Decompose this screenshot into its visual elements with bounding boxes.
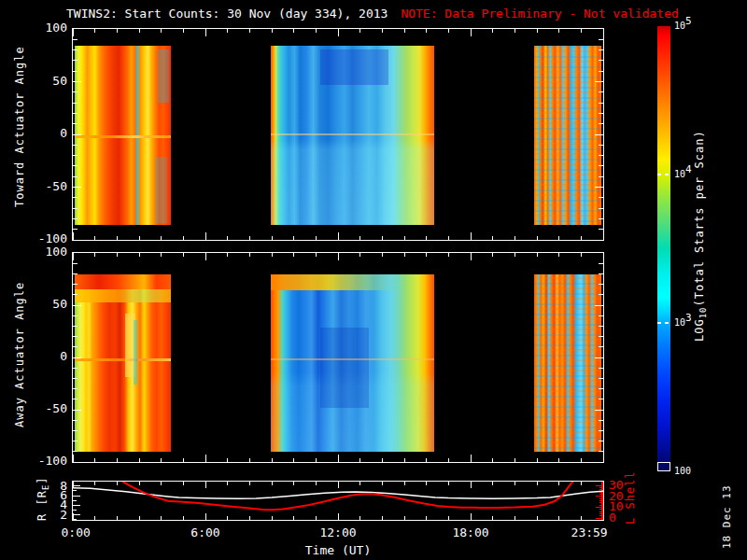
x-tick (117, 29, 118, 33)
l-shell-line (122, 482, 572, 510)
x-tick (537, 253, 538, 257)
x-tick (272, 458, 273, 462)
x-tick (249, 236, 250, 240)
heatmap-feature (320, 328, 369, 408)
x-tick (448, 253, 449, 257)
y-tick (599, 326, 603, 327)
x-tick (581, 236, 582, 240)
x-tick (161, 29, 162, 33)
y-tick (599, 273, 603, 274)
x-tick (139, 236, 140, 240)
away-spectrogram-panel (72, 252, 604, 463)
x-tick (316, 253, 317, 257)
heatmap-segment (271, 274, 434, 452)
y-tick (595, 134, 603, 135)
x-tick (249, 29, 250, 33)
y-tick (599, 123, 603, 124)
x-tick (117, 253, 118, 257)
y-tick (73, 430, 78, 431)
toward-spectrogram-panel (72, 28, 604, 241)
y-tick (73, 368, 78, 369)
r-tick-label: 8 (35, 479, 67, 493)
x-tick (161, 253, 162, 257)
y-tick (73, 420, 78, 421)
y-tick (599, 315, 603, 316)
y-tick (73, 197, 78, 198)
colorbar-dash (657, 174, 670, 175)
x-tick-label: 18:00 (452, 525, 488, 539)
x-tick (94, 29, 95, 33)
x-tick (338, 455, 339, 462)
colorbar-tick-exp: 5 (685, 15, 692, 27)
y-tick-label: -50 (22, 179, 67, 193)
x-tick (382, 458, 383, 462)
x-tick (492, 29, 493, 33)
x-tick (359, 29, 360, 33)
y-tick (599, 430, 603, 431)
x-tick (205, 253, 206, 260)
y-tick (595, 187, 603, 188)
y-tick (73, 263, 78, 264)
x-tick (382, 253, 383, 257)
colorbar-tick-base: 100 (674, 466, 691, 476)
y-tick (599, 294, 603, 295)
y-tick (73, 81, 81, 82)
x-tick (382, 29, 383, 33)
x-tick (359, 458, 360, 462)
colorbar-tick-label: 105 (674, 19, 692, 33)
y-tick (599, 113, 603, 114)
y-tick (599, 399, 603, 399)
y-tick (73, 39, 78, 40)
x-tick (249, 458, 250, 462)
y-tick (599, 176, 603, 177)
x-tick (272, 236, 273, 240)
y-tick-label: -100 (22, 231, 67, 245)
y-tick (599, 441, 603, 441)
x-tick (558, 236, 559, 240)
x-tick (359, 236, 360, 240)
x-tick (603, 253, 604, 260)
colorbar-tick-label: 100 (674, 464, 691, 478)
x-tick (94, 458, 95, 462)
x-tick-label: 23:59 (571, 525, 608, 539)
x-tick-label: 0:00 (61, 525, 90, 539)
x-tick (404, 458, 405, 462)
x-tick (558, 458, 559, 462)
x-tick (537, 236, 538, 240)
datestamp: 18 Dec 13 (721, 484, 733, 549)
x-tick (514, 253, 515, 257)
y-tick (599, 103, 603, 104)
x-tick (139, 29, 140, 33)
x-tick (293, 458, 294, 462)
x-tick (581, 458, 582, 462)
heatmap-feature (155, 157, 167, 223)
y-tick-label: 50 (22, 297, 67, 311)
y-tick (73, 315, 78, 316)
x-tick (581, 29, 582, 33)
x-tick (205, 232, 206, 240)
x-tick (183, 253, 184, 257)
x-tick (117, 236, 118, 240)
x-tick (161, 236, 162, 240)
x-tick (514, 29, 515, 33)
heatmap-segment (75, 46, 170, 225)
x-tick (272, 29, 273, 33)
y-tick (73, 165, 78, 166)
y-tick (599, 155, 603, 156)
y-tick (599, 218, 603, 219)
x-tick (426, 253, 427, 257)
y-tick (73, 71, 78, 72)
heatmap-feature (75, 289, 170, 302)
x-tick (404, 236, 405, 240)
heatmap-feature (534, 274, 601, 452)
y-tick (73, 229, 78, 230)
x-tick (537, 458, 538, 462)
x-tick (227, 458, 228, 462)
x-tick (293, 253, 294, 257)
y-tick (73, 399, 78, 399)
x-tick (73, 232, 74, 240)
x-tick-label: 6:00 (190, 525, 219, 539)
y-tick (599, 420, 603, 421)
y-tick-label: 100 (22, 245, 67, 259)
x-tick (161, 458, 162, 462)
